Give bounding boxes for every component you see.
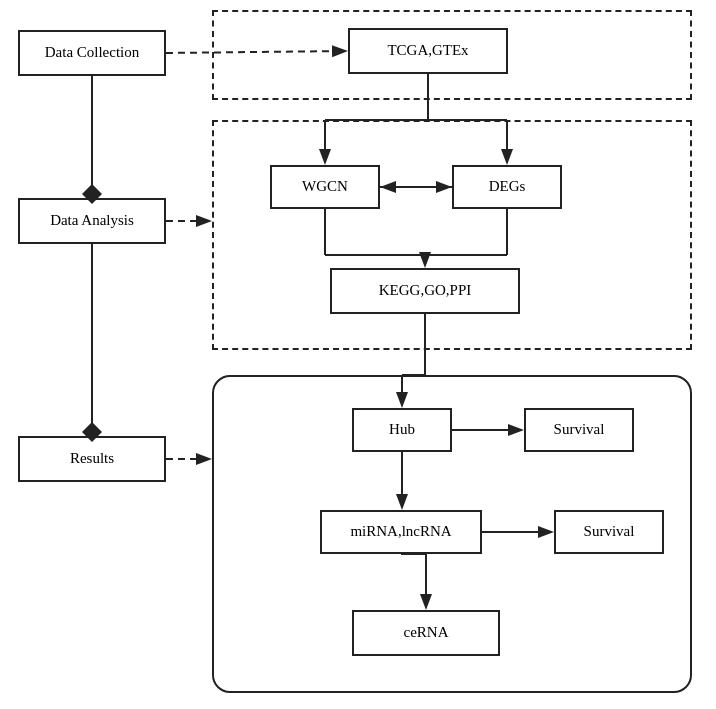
diagram: Data Collection Data Analysis Results TC… xyxy=(0,0,716,709)
svg-line-3 xyxy=(166,51,344,53)
arrows-svg xyxy=(0,0,716,709)
